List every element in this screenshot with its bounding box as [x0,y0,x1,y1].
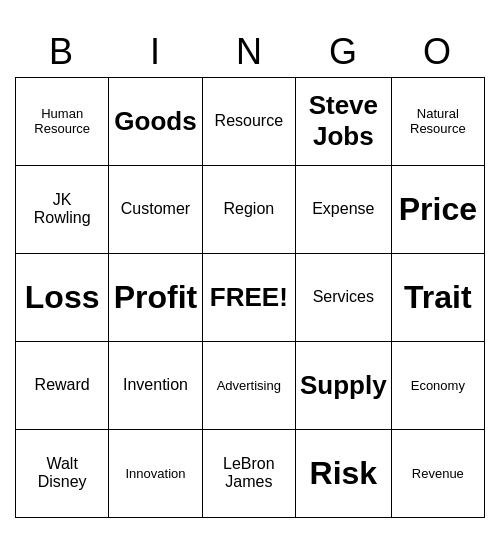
cell-text: Supply [300,370,387,401]
cell-text: SteveJobs [300,90,387,152]
cell-text: Economy [396,378,480,393]
cell-text: Loss [20,279,104,316]
cell-text: Customer [113,200,197,218]
header-letter: I [109,27,203,77]
cell-text: Trait [396,279,480,316]
grid-cell: Risk [296,430,392,518]
grid-cell: Profit [109,254,202,342]
grid-cell: Price [392,166,485,254]
cell-text: LeBronJames [207,455,291,491]
cell-text: NaturalResource [396,106,480,136]
cell-text: FREE! [207,282,291,313]
grid-cell: Resource [203,78,296,166]
cell-text: HumanResource [20,106,104,136]
grid-cell: Innovation [109,430,202,518]
grid-cell: SteveJobs [296,78,392,166]
header-letter: O [391,27,485,77]
grid-cell: Trait [392,254,485,342]
grid-cell: FREE! [203,254,296,342]
grid-cell: Reward [16,342,109,430]
header-letter: N [203,27,297,77]
grid-cell: LeBronJames [203,430,296,518]
grid-cell: Goods [109,78,202,166]
grid-cell: Revenue [392,430,485,518]
header-letter: B [15,27,109,77]
grid-cell: NaturalResource [392,78,485,166]
cell-text: WaltDisney [20,455,104,491]
bingo-card: BINGO HumanResourceGoodsResourceSteveJob… [15,27,485,518]
grid-cell: HumanResource [16,78,109,166]
header-letter: G [297,27,391,77]
cell-text: Services [300,288,387,306]
cell-text: Resource [207,112,291,130]
cell-text: Goods [113,106,197,137]
grid-cell: Customer [109,166,202,254]
grid-cell: Economy [392,342,485,430]
cell-text: Price [396,191,480,228]
cell-text: Risk [300,455,387,492]
grid-cell: Advertising [203,342,296,430]
bingo-header: BINGO [15,27,485,77]
grid-cell: Invention [109,342,202,430]
cell-text: Invention [113,376,197,394]
bingo-grid: HumanResourceGoodsResourceSteveJobsNatur… [15,77,485,518]
cell-text: Profit [113,279,197,316]
cell-text: Expense [300,200,387,218]
cell-text: JKRowling [20,191,104,227]
grid-cell: Expense [296,166,392,254]
grid-cell: Services [296,254,392,342]
cell-text: Innovation [113,466,197,481]
grid-cell: Region [203,166,296,254]
cell-text: Reward [20,376,104,394]
cell-text: Revenue [396,466,480,481]
grid-cell: Loss [16,254,109,342]
cell-text: Advertising [207,378,291,393]
grid-cell: Supply [296,342,392,430]
grid-cell: JKRowling [16,166,109,254]
cell-text: Region [207,200,291,218]
grid-cell: WaltDisney [16,430,109,518]
